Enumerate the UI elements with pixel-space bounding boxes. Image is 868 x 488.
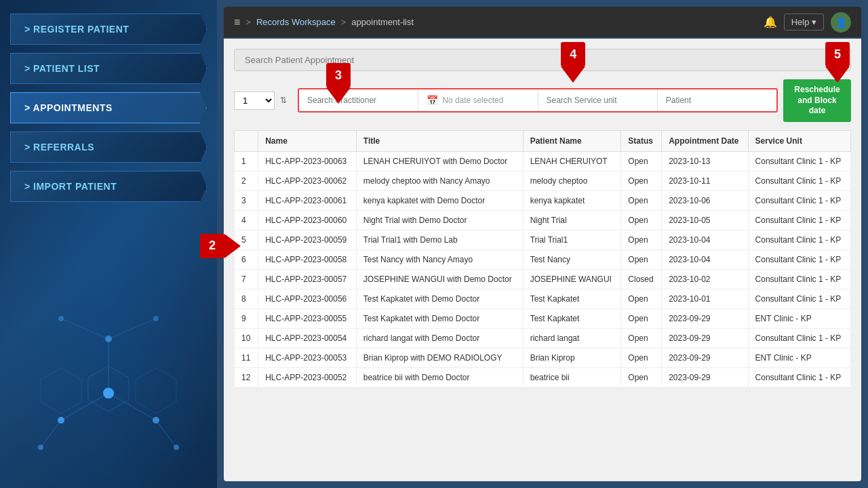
- date-filter[interactable]: 📅 No date selected: [418, 89, 538, 111]
- row-service-unit: Consultant Clinic 1 - KP: [748, 289, 850, 308]
- row-patient-name: JOSEPHINE WANGUI: [523, 269, 621, 289]
- row-status: Open: [621, 210, 662, 230]
- row-status: Open: [621, 190, 662, 210]
- calendar-icon: 📅: [427, 95, 438, 106]
- row-patient-name: LENAH CHERUIYOT: [523, 151, 621, 171]
- row-patient-name: Test Nancy: [523, 249, 621, 269]
- row-num: 4: [235, 210, 258, 230]
- row-status: Open: [621, 328, 662, 348]
- filter-row: 1 10 25 ⇅ 3 📅 No date selected: [234, 79, 851, 122]
- row-num: 8: [235, 289, 258, 308]
- row-patient-name: melody cheptoo: [523, 171, 621, 190]
- row-title: Night Trial with Demo Doctor: [356, 210, 523, 230]
- table-row[interactable]: 9 HLC-APP-2023-00055 Test Kapkatet with …: [235, 308, 851, 328]
- row-date: 2023-10-06: [662, 190, 748, 210]
- col-header-patient: Patient Name: [523, 130, 621, 151]
- menu-icon[interactable]: ≡: [234, 16, 240, 28]
- practitioner-search-input[interactable]: [299, 89, 418, 111]
- row-date: 2023-09-29: [662, 367, 748, 387]
- table-row[interactable]: 6 HLC-APP-2023-00058 Test Nancy with Nan…: [235, 249, 851, 269]
- appointments-table: Name Title Patient Name Status Appointme…: [234, 130, 851, 388]
- row-title: richard langat with Demo Doctor: [356, 328, 523, 348]
- col-header-status: Status: [621, 130, 662, 151]
- row-num: 9: [235, 308, 258, 328]
- row-service-unit: Consultant Clinic 1 - KP: [748, 269, 850, 289]
- svg-line-4: [156, 420, 176, 447]
- annotation-3: 3: [326, 63, 351, 104]
- row-app-name: HLC-APP-2023-00055: [258, 308, 357, 328]
- row-status: Open: [621, 230, 662, 249]
- row-num: 7: [235, 269, 258, 289]
- col-header-title: Title: [356, 130, 523, 151]
- table-row[interactable]: 11 HLC-APP-2023-00053 Brian Kiprop with …: [235, 348, 851, 367]
- breadcrumb-workspace[interactable]: Records Workspace: [256, 17, 336, 27]
- service-unit-search-input[interactable]: [538, 89, 658, 111]
- row-service-unit: Consultant Clinic 1 - KP: [748, 151, 850, 171]
- svg-point-11: [38, 445, 43, 450]
- row-title: Test Kapkatet with Demo Doctor: [356, 308, 523, 328]
- breadcrumb: ≡ > Records Workspace > appointment-list: [234, 16, 414, 28]
- table-row[interactable]: 10 HLC-APP-2023-00054 richard langat wit…: [235, 328, 851, 348]
- table-row[interactable]: 1 HLC-APP-2023-00063 LENAH CHERUIYOT wit…: [235, 151, 851, 171]
- sidebar-item-patient-list[interactable]: > PATIENT LIST: [10, 53, 207, 84]
- row-status: Open: [621, 249, 662, 269]
- row-service-unit: ENT Clinic - KP: [748, 308, 850, 328]
- row-title: Test Nancy with Nancy Amayo: [356, 249, 523, 269]
- col-header-unit: Service Unit: [748, 130, 850, 151]
- table-row[interactable]: 5 HLC-APP-2023-00059 Trial Trial1 with D…: [235, 230, 851, 249]
- row-service-unit: Consultant Clinic 1 - KP: [748, 230, 850, 249]
- row-service-unit: ENT Clinic - KP: [748, 348, 850, 367]
- row-service-unit: Consultant Clinic 1 - KP: [748, 328, 850, 348]
- sidebar-item-import-patient[interactable]: > IMPORT PATIENT: [10, 171, 207, 202]
- table-row[interactable]: 4 HLC-APP-2023-00060 Night Trial with De…: [235, 210, 851, 230]
- sidebar-item-referrals[interactable]: > REFERRALS: [10, 131, 207, 163]
- row-date: 2023-10-04: [662, 230, 748, 249]
- row-patient-name: Trial Trial1: [523, 230, 621, 249]
- row-status: Open: [621, 367, 662, 387]
- row-service-unit: Consultant Clinic 1 - KP: [748, 171, 850, 190]
- notification-bell-icon[interactable]: 🔔: [764, 16, 777, 28]
- sidebar-item-appointments[interactable]: > APPOINTMENTS 1: [10, 92, 207, 123]
- table-row[interactable]: 3 HLC-APP-2023-00061 kenya kapkatet with…: [235, 190, 851, 210]
- table-row[interactable]: 2 HLC-APP-2023-00062 melody cheptoo with…: [235, 171, 851, 190]
- row-app-name: HLC-APP-2023-00061: [258, 190, 357, 210]
- row-title: Trial Trial1 with Demo Lab: [356, 230, 523, 249]
- svg-line-5: [61, 319, 108, 339]
- page-up-down-icon: ⇅: [280, 96, 287, 105]
- annotation-1: 1: [206, 96, 217, 120]
- table-row[interactable]: 12 HLC-APP-2023-00052 beatrice bii with …: [235, 367, 851, 387]
- svg-point-13: [58, 316, 64, 321]
- row-service-unit: Consultant Clinic 1 - KP: [748, 367, 850, 387]
- col-header-num: [235, 130, 258, 151]
- row-num: 10: [235, 328, 258, 348]
- row-status: Closed: [621, 269, 662, 289]
- row-num: 3: [235, 190, 258, 210]
- svg-point-14: [153, 316, 159, 321]
- row-service-unit: Consultant Clinic 1 - KP: [748, 190, 850, 210]
- sidebar-item-register-patient[interactable]: > REGISTER PATIENT: [10, 14, 207, 45]
- row-patient-name: Test Kapkatet: [523, 308, 621, 328]
- header-actions: 🔔 Help ▾ 👤: [764, 12, 851, 33]
- row-patient-name: Test Kapkatet: [523, 289, 621, 308]
- date-placeholder-text: No date selected: [442, 96, 503, 105]
- annotation-5: 5: [825, 42, 850, 83]
- row-date: 2023-09-29: [662, 308, 748, 328]
- reschedule-block-date-button[interactable]: Reschedule and Block date: [783, 79, 851, 122]
- svg-marker-17: [136, 368, 176, 413]
- svg-point-8: [103, 388, 114, 399]
- row-patient-name: beatrice bii: [523, 367, 621, 387]
- patient-search-input[interactable]: [658, 89, 776, 111]
- user-avatar[interactable]: 👤: [831, 12, 851, 33]
- annotation-2: 2: [200, 234, 241, 258]
- row-patient-name: richard langat: [523, 328, 621, 348]
- table-row[interactable]: 7 HLC-APP-2023-00057 JOSEPHINE WANGUI wi…: [235, 269, 851, 289]
- breadcrumb-separator-1: >: [245, 17, 251, 27]
- breadcrumb-separator-2: >: [341, 17, 347, 27]
- hex-decoration: [7, 298, 197, 468]
- help-button[interactable]: Help ▾: [784, 14, 824, 30]
- row-title: Test Kapkatet with Demo Doctor: [356, 289, 523, 308]
- table-row[interactable]: 8 HLC-APP-2023-00056 Test Kapkatet with …: [235, 289, 851, 308]
- annotation-4: 4: [561, 42, 585, 83]
- page-size-select[interactable]: 1 10 25: [234, 92, 275, 110]
- row-date: 2023-09-29: [662, 348, 748, 367]
